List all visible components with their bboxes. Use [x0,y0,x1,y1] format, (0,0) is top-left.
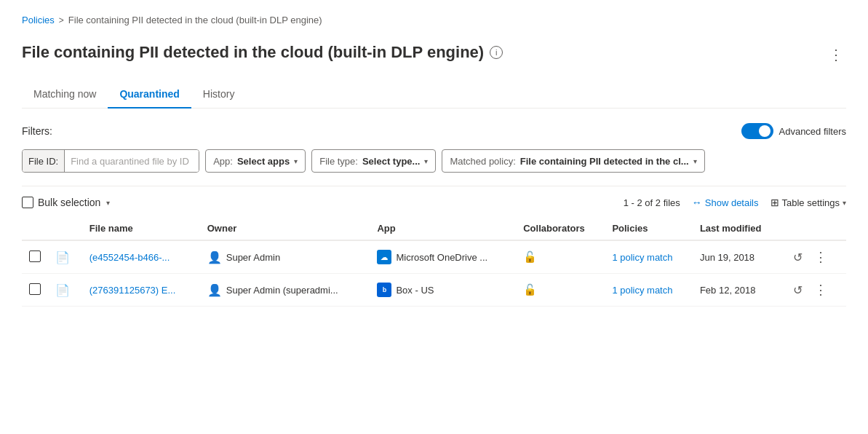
policies-cell: 1 policy match [605,274,693,307]
files-table: File name Owner App Collaborators Polici… [22,217,846,307]
collaborators-cell: 🔓 [516,240,605,274]
file-id-input[interactable] [65,150,199,172]
file-icon-cell: 📄 [48,240,82,274]
app-filter[interactable]: App: Select apps ▾ [205,149,306,173]
col-collaborators: Collaborators [516,217,605,240]
table-settings-label: Table settings [782,197,840,208]
breadcrumb-separator: > [59,15,64,25]
app-cell: bBox - US [370,274,516,307]
breadcrumb-parent[interactable]: Policies [22,15,55,25]
tab-quarantined[interactable]: Quarantined [108,81,191,108]
app-name: Box - US [396,285,434,296]
col-policies: Policies [605,217,693,240]
file-id-filter: File ID: [22,149,199,173]
toggle-knob [759,125,771,137]
table-settings-button[interactable]: ⊞ Table settings ▾ [771,197,847,208]
table-settings-icon: ⊞ [771,197,779,208]
policy-match-link[interactable]: 1 policy match [612,285,672,296]
restore-button[interactable]: ↺ [789,248,806,266]
lock-icon: 🔓 [523,250,537,263]
onedrive-icon: ☁ [377,250,391,264]
file-type-value: Select type... [362,156,420,167]
filter-controls: File ID: App: Select apps ▾ File type: S… [22,149,846,173]
file-type-icon: 📄 [55,251,70,264]
show-details-label: Show details [705,197,759,208]
page-header: File containing PII detected in the clou… [22,43,846,66]
table-actions: 1 - 2 of 2 files ↔ Show details ⊞ Table … [624,197,846,208]
col-file-icon [48,217,82,240]
table-row: 📄(276391125673) E...👤Super Admin (supera… [22,274,846,307]
owner-name: Super Admin (superadmi... [226,285,338,296]
policies-cell: 1 policy match [605,240,693,274]
file-type-icon: 📄 [55,284,70,296]
col-actions [781,217,846,240]
show-details-icon: ↔ [692,197,702,208]
lock-icon: 🔓 [523,283,537,296]
row-more-button[interactable]: ⋮ [812,248,829,266]
file-name-link[interactable]: (e4552454-b466-... [89,252,170,263]
divider [22,186,846,186]
app-filter-value: Select apps [237,156,290,167]
col-file-name: File name [82,217,200,240]
tab-matching-now[interactable]: Matching now [22,81,108,108]
page-title-group: File containing PII detected in the clou… [22,43,503,62]
row-checkbox[interactable] [29,250,41,262]
app-filter-chevron: ▾ [294,157,298,165]
last-modified-value: Feb 12, 2018 [700,285,756,296]
file-name-cell: (e4552454-b466-... [82,240,200,274]
actions-cell: ↺ ⋮ [781,274,846,307]
owner-name: Super Admin [226,252,280,263]
advanced-filters-label: Advanced filters [779,126,847,137]
advanced-filters-group: Advanced filters [741,123,847,139]
more-options-icon[interactable]: ⋮ [826,43,846,66]
owner-icon: 👤 [207,283,222,297]
owner-cell: 👤Super Admin [200,240,370,274]
col-checkbox [22,217,48,240]
file-name-cell: (276391125673) E... [82,274,200,307]
actions-cell: ↺ ⋮ [781,240,846,274]
matched-policy-filter[interactable]: Matched policy: File containing PII dete… [442,149,704,173]
last-modified-value: Jun 19, 2018 [700,252,754,263]
app-name: Microsoft OneDrive ... [396,252,487,263]
collaborators-cell: 🔓 [516,274,605,307]
breadcrumb-current: File containing PII detected in the clou… [68,15,322,25]
table-row: 📄(e4552454-b466-...👤Super Admin☁Microsof… [22,240,846,274]
row-checkbox[interactable] [29,283,41,295]
col-app: App [370,217,516,240]
main-container: Policies > File containing PII detected … [0,0,868,321]
row-checkbox-cell [22,274,48,307]
row-checkbox-cell [22,240,48,274]
file-type-chevron: ▾ [424,157,428,165]
restore-button[interactable]: ↺ [789,281,806,299]
tab-history[interactable]: History [191,81,247,108]
filters-label: Filters: [22,125,52,137]
col-last-modified: Last modified [693,217,781,240]
file-icon-cell: 📄 [48,274,82,307]
show-details-button[interactable]: ↔ Show details [692,197,759,208]
owner-cell: 👤Super Admin (superadmi... [200,274,370,307]
file-name-link[interactable]: (276391125673) E... [89,285,176,296]
info-icon[interactable]: i [490,46,503,59]
app-cell: ☁Microsoft OneDrive ... [370,240,516,274]
breadcrumb: Policies > File containing PII detected … [22,15,846,25]
box-icon: b [377,283,391,297]
table-toolbar: Bulk selection ▾ 1 - 2 of 2 files ↔ Show… [22,197,846,208]
filters-row: Filters: Advanced filters [22,123,846,139]
bulk-checkbox[interactable] [22,197,33,208]
table-settings-chevron: ▾ [843,199,846,207]
last-modified-cell: Jun 19, 2018 [693,240,781,274]
file-type-filter[interactable]: File type: Select type... ▾ [311,149,436,173]
row-more-button[interactable]: ⋮ [812,281,829,299]
page-title: File containing PII detected in the clou… [22,43,484,62]
last-modified-cell: Feb 12, 2018 [693,274,781,307]
matched-policy-chevron: ▾ [693,157,697,165]
policy-match-link[interactable]: 1 policy match [612,252,672,263]
app-filter-label: App: [213,156,233,167]
owner-icon: 👤 [207,250,222,264]
advanced-filters-toggle[interactable] [741,123,773,139]
bulk-selection-button[interactable]: Bulk selection ▾ [22,197,110,208]
matched-policy-value: File containing PII detected in the cl..… [520,156,689,167]
bulk-selection-label: Bulk selection [38,197,100,208]
bulk-selection-chevron: ▾ [106,199,110,207]
table-header-row: File name Owner App Collaborators Polici… [22,217,846,240]
